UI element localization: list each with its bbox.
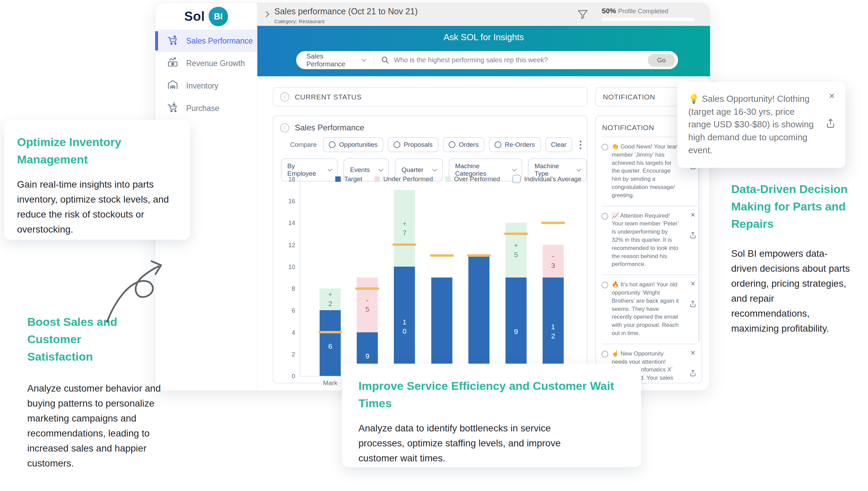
bar-target-label: 6 — [320, 342, 341, 351]
logo-badge: BI — [209, 7, 228, 26]
callout-service-efficiency: Improve Service Efficiency and Customer … — [342, 364, 641, 467]
sidebar-item-purchase[interactable]: Purchase — [155, 97, 257, 120]
share-icon[interactable] — [689, 369, 697, 377]
callout-data-driven: Data-Driven Decision Making for Parts an… — [731, 180, 868, 336]
insights-searchbar: Sales Performance Who is the highest per… — [296, 51, 678, 69]
callout-body: Analyze data to identify bottlenecks in … — [358, 421, 597, 466]
chart-plot-area: +26Mark-59+710+59-312 — [300, 180, 583, 377]
sidebar-nav: Sales PerformanceRevenue GrowthInventory… — [155, 30, 257, 120]
bar-variance-label: -3 — [543, 252, 564, 270]
bar-target-label: 12 — [543, 322, 564, 341]
bar-employee[interactable] — [468, 180, 489, 376]
notification-item: 📈 Attention Required! Your team member ‘… — [601, 206, 697, 275]
page-title: Sales performance (Oct 21 to Nov 21) — [274, 6, 418, 16]
fire-emoji-icon: 🔥 — [612, 281, 621, 288]
individual-average-marker — [392, 243, 416, 246]
y-axis-tick: 18 — [278, 176, 295, 183]
y-axis-tick: 6 — [278, 307, 295, 314]
banknote-growth-icon — [167, 57, 179, 70]
notification-radio[interactable] — [601, 144, 608, 151]
bar-employee[interactable]: +59 — [505, 180, 527, 376]
profile-label: Profile Completed — [618, 7, 668, 15]
y-axis-tick: 8 — [278, 285, 295, 292]
individual-average-marker — [541, 222, 565, 224]
y-axis-tick: 10 — [278, 264, 295, 271]
go-button[interactable]: Go — [648, 54, 675, 67]
bar-employee[interactable]: +710 — [394, 180, 415, 376]
bar-employee[interactable] — [431, 180, 452, 376]
purchase-cart-icon — [167, 101, 179, 115]
profile-completion: 50%Profile Completed — [602, 7, 694, 18]
bar-employee[interactable]: -312 — [543, 180, 564, 376]
x-axis-label: Mark — [320, 379, 341, 387]
filter-icon[interactable] — [577, 8, 589, 20]
callout-title: Improve Service Efficiency and Customer … — [358, 377, 627, 412]
warehouse-icon — [167, 79, 179, 93]
bar-employee[interactable]: -59 — [357, 180, 378, 376]
individual-average-marker — [355, 287, 379, 290]
notification-text: 📈 Attention Required! Your team member ‘… — [612, 212, 680, 269]
callout-boost-sales: Boost Sales and Customer Satisfaction An… — [27, 313, 174, 471]
notification-radio[interactable] — [601, 351, 608, 358]
banner-title: Ask SOL for Insights — [257, 26, 710, 43]
bar-target-label: 10 — [394, 318, 415, 336]
profile-completion-text: 50%Profile Completed — [602, 7, 694, 15]
sales-opportunity-toast: 💡 Sales Opportunity! Clothing (target ag… — [677, 82, 846, 168]
progress-segment — [602, 18, 694, 21]
individual-average-marker — [467, 254, 491, 257]
sales-performance-panel: i Sales Performance Compare Opportunitie… — [273, 115, 588, 383]
current-status-card: i CURRENT STATUS — [273, 87, 588, 107]
info-icon[interactable]: i — [280, 92, 289, 101]
bar-variance-label: +5 — [505, 241, 527, 259]
notification-radio[interactable] — [601, 213, 608, 220]
share-icon[interactable] — [689, 300, 697, 308]
close-icon[interactable]: × — [691, 349, 695, 357]
sidebar-item-sales-performance[interactable]: Sales Performance — [155, 30, 257, 52]
notification-list: 👏 Good News! Your team member ‘Jimmy’ ha… — [601, 137, 697, 383]
scope-value: Sales Performance — [306, 52, 362, 68]
bar-target-segment — [468, 256, 489, 376]
toast-text: 💡 Sales Opportunity! Clothing (target ag… — [688, 93, 816, 157]
close-icon[interactable]: × — [691, 280, 695, 288]
search-input[interactable]: Who is the highest performing sales rep … — [394, 56, 648, 64]
sidebar-item-inventory[interactable]: Inventory — [155, 75, 257, 97]
bar-Mark[interactable]: +26Mark — [320, 180, 341, 376]
dashboard-window: Sol BI Sales PerformanceRevenue GrowthIn… — [155, 3, 710, 391]
clap-emoji-icon: 👏 — [612, 143, 621, 150]
bar-target-segment — [431, 278, 452, 376]
callout-title: Optimize Inventory Management — [17, 133, 163, 168]
share-icon[interactable] — [825, 118, 836, 129]
y-axis-tick: 14 — [278, 220, 295, 227]
insights-banner: Ask SOL for Insights Sales Performance W… — [257, 26, 710, 76]
bar-target-segment — [505, 278, 527, 376]
sidebar-item-label: Purchase — [186, 104, 219, 113]
callout-body: Analyze customer behavior and buying pat… — [27, 381, 167, 471]
notification-header-label: NOTIFICATION — [603, 93, 655, 101]
sidebar-item-revenue-growth[interactable]: Revenue Growth — [155, 52, 257, 75]
share-icon[interactable] — [689, 231, 697, 239]
notification-actions: × — [689, 211, 697, 239]
callout-title: Data-Driven Decision Making for Parts an… — [731, 180, 865, 233]
app-header: Sales performance (Oct 21 to Nov 21) Cat… — [257, 3, 710, 26]
notification-text: 🔥 It’s hot again! Your old opportunity ‘… — [612, 281, 680, 337]
y-axis-tick: 0 — [278, 373, 295, 380]
y-axis-tick: 12 — [278, 242, 295, 249]
notification-scrollbar[interactable] — [698, 140, 700, 342]
bar-target-label: 9 — [357, 352, 378, 361]
bar-variance-label: +2 — [320, 290, 341, 308]
callout-body: Gain real-time insights into parts inven… — [17, 177, 178, 237]
bar-target-label: 9 — [505, 327, 527, 336]
individual-average-marker — [430, 254, 454, 257]
sales-bar-chart: 024681012141618 +26Mark-59+710+59-312 — [273, 116, 587, 383]
app-logo: Sol BI — [155, 3, 257, 30]
light-bulb-emoji-icon: 💡 — [688, 94, 699, 104]
sidebar-item-label: Inventory — [186, 81, 219, 91]
scope-dropdown[interactable]: Sales Performance — [296, 52, 374, 68]
current-status-label: CURRENT STATUS — [295, 93, 361, 101]
notification-radio[interactable] — [601, 282, 608, 288]
bar-variance-label: +7 — [394, 219, 415, 238]
close-icon[interactable]: × — [829, 91, 835, 101]
collapse-chevron-icon[interactable] — [263, 11, 269, 17]
close-icon[interactable]: × — [691, 211, 695, 219]
page-subtitle: Category: Restaurant — [274, 18, 418, 25]
